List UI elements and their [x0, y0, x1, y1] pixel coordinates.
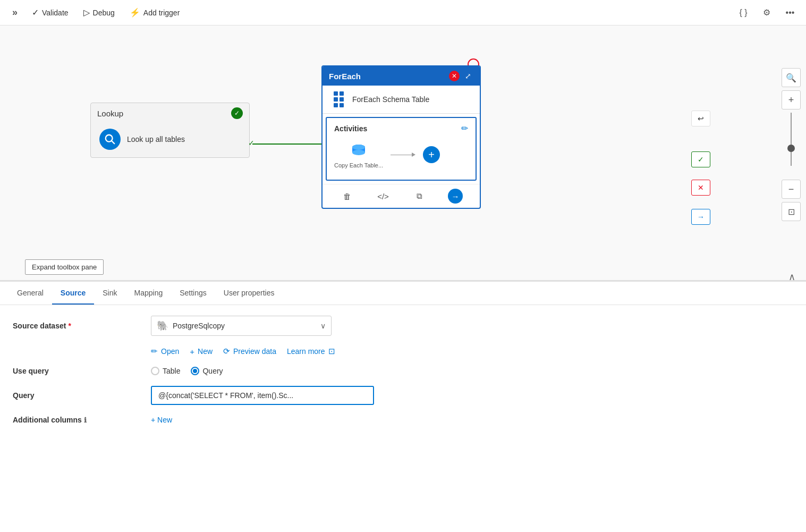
side-node-red-x: ✕: [691, 180, 710, 196]
side-node-undo: ↩: [691, 111, 710, 126]
tab-general[interactable]: General: [9, 282, 52, 305]
lookup-node-label: Look up all tables: [127, 135, 185, 143]
canvas-area: Lookup ✓ Look up all tables ✓ ForEach ✕: [0, 26, 806, 281]
panel-collapse-button[interactable]: ∧: [788, 271, 795, 283]
use-query-control: Table Query: [151, 367, 793, 375]
zoom-controls: 🔍 + − ⊡: [782, 68, 801, 221]
query-input[interactable]: @{concat('SELECT * FROM', item().Sc...: [151, 386, 374, 405]
debug-button[interactable]: ▷ Debug: [77, 4, 121, 21]
copy-activity-icon: [349, 141, 368, 160]
sidebar-toggle[interactable]: »: [6, 4, 23, 21]
required-indicator: *: [68, 322, 71, 330]
activity-arrow: [391, 153, 415, 157]
foreach-copy-button[interactable]: ⧉: [412, 189, 427, 204]
dropdown-chevron-icon: ∨: [320, 322, 326, 330]
expand-toolbox-button[interactable]: Expand toolbox pane: [25, 259, 104, 275]
additional-columns-row: Additional columns ℹ + New: [13, 416, 793, 424]
preview-data-link[interactable]: ⟳ Preview data: [223, 347, 276, 356]
open-link[interactable]: ✏ Open: [151, 347, 179, 356]
svg-point-5: [352, 145, 365, 150]
source-dataset-value: PostgreSqlcopy: [173, 322, 225, 330]
debug-icon: ▷: [83, 7, 90, 18]
lookup-node-header: Lookup ✓: [91, 103, 249, 123]
action-links-row: ✏ Open + New ⟳ Preview data Learn more ⊡: [151, 347, 793, 356]
source-dataset-row: Source dataset * 🐘 PostgreSqlcopy ∨: [13, 316, 793, 336]
postgres-icon: 🐘: [157, 320, 168, 332]
top-toolbar: » ✓ Validate ▷ Debug ⚡ Add trigger { } ⚙…: [0, 0, 806, 26]
foreach-header: ForEach ✕ ⤢: [323, 66, 480, 86]
zoom-out-button[interactable]: −: [782, 180, 801, 199]
query-row: Query @{concat('SELECT * FROM', item().S…: [13, 386, 793, 405]
validate-button[interactable]: ✓ Validate: [26, 4, 75, 21]
side-node-blue-arrow: →: [691, 209, 710, 225]
query-radio-label: Query: [202, 367, 223, 375]
source-dataset-label: Source dataset *: [13, 322, 151, 330]
add-new-button[interactable]: + New: [151, 416, 793, 424]
side-node-green-check: ✓: [691, 151, 710, 167]
query-label: Query: [13, 391, 151, 400]
zoom-search-button[interactable]: 🔍: [782, 68, 801, 87]
new-link[interactable]: + New: [190, 347, 213, 356]
query-radio-item[interactable]: Query: [191, 367, 223, 375]
query-control: @{concat('SELECT * FROM', item().Sc...: [151, 386, 793, 405]
info-icon: ℹ: [84, 416, 87, 424]
tab-settings[interactable]: Settings: [171, 282, 215, 305]
query-type-radio-group: Table Query: [151, 367, 793, 375]
code-button[interactable]: { }: [734, 3, 753, 22]
bottom-panel: General Source Sink Mapping Settings Use…: [0, 281, 806, 445]
settings-button[interactable]: ⚙: [757, 3, 776, 22]
foreach-schema-row: ForEach Schema Table: [323, 86, 480, 114]
source-dataset-dropdown[interactable]: 🐘 PostgreSqlcopy ∨: [151, 316, 332, 336]
zoom-in-button[interactable]: +: [782, 90, 801, 109]
query-radio-button[interactable]: [191, 367, 199, 375]
table-radio-item[interactable]: Table: [151, 367, 180, 375]
foreach-expand-button[interactable]: ⤢: [463, 71, 473, 81]
additional-columns-label: Additional columns ℹ: [13, 416, 151, 424]
svg-line-1: [112, 141, 115, 144]
validate-icon: ✓: [32, 7, 39, 18]
preview-icon: ⟳: [223, 347, 230, 356]
foreach-go-button[interactable]: →: [448, 189, 463, 204]
activities-header: Activities ✏: [334, 123, 468, 133]
arrow-connector: ✓: [252, 141, 327, 147]
activity-row: Copy Each Table... +: [334, 141, 468, 168]
table-radio-label: Table: [163, 367, 180, 375]
tab-user-properties[interactable]: User properties: [215, 282, 283, 305]
foreach-delete-button[interactable]: 🗑: [340, 189, 354, 204]
foreach-header-buttons: ✕ ⤢: [449, 71, 473, 81]
foreach-node: ForEach ✕ ⤢ ForEach Schema Table Activit…: [321, 65, 481, 209]
more-options-button[interactable]: •••: [780, 3, 800, 22]
panel-content: Source dataset * 🐘 PostgreSqlcopy ∨ ✏ Op…: [0, 305, 806, 445]
lookup-node-title: Lookup: [97, 109, 123, 118]
activities-title: Activities: [334, 124, 367, 133]
tab-mapping[interactable]: Mapping: [126, 282, 172, 305]
copy-activity-item[interactable]: Copy Each Table...: [334, 141, 383, 168]
lookup-success-check: ✓: [231, 107, 243, 119]
schema-grid-icon: [330, 91, 347, 108]
trigger-icon: ⚡: [130, 7, 140, 18]
lookup-node-body: Look up all tables: [91, 123, 249, 157]
lookup-icon: [99, 129, 121, 150]
lookup-node[interactable]: Lookup ✓ Look up all tables: [90, 103, 250, 158]
edit-icon: ✏: [151, 347, 158, 356]
foreach-schema-label: ForEach Schema Table: [352, 95, 429, 104]
tabs-row: General Source Sink Mapping Settings Use…: [0, 282, 806, 305]
foreach-code-button[interactable]: </>: [376, 189, 391, 204]
copy-activity-label: Copy Each Table...: [334, 162, 383, 168]
tab-source[interactable]: Source: [52, 282, 94, 305]
arrow-line: [252, 143, 321, 145]
use-query-row: Use query Table Query: [13, 367, 793, 375]
activities-section: Activities ✏ Copy Each Table...: [326, 117, 477, 181]
zoom-fit-button[interactable]: ⊡: [782, 202, 801, 221]
plus-icon: +: [190, 347, 194, 356]
table-radio-button[interactable]: [151, 367, 159, 375]
add-trigger-button[interactable]: ⚡ Add trigger: [123, 4, 186, 21]
source-dataset-control: 🐘 PostgreSqlcopy ∨: [151, 316, 793, 336]
activities-edit-icon[interactable]: ✏: [461, 123, 468, 133]
add-activity-button[interactable]: +: [423, 146, 440, 163]
tab-sink[interactable]: Sink: [94, 282, 125, 305]
foreach-toolbar: 🗑 </> ⧉ →: [323, 184, 480, 208]
learn-more-link[interactable]: Learn more ⊡: [287, 347, 335, 356]
foreach-close-button[interactable]: ✕: [449, 71, 460, 81]
zoom-slider[interactable]: [791, 113, 792, 176]
